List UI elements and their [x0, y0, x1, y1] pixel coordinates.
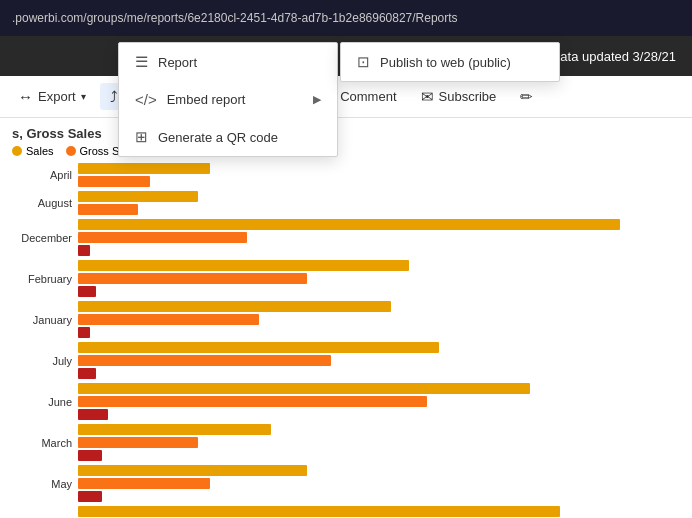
table-row: August	[12, 191, 680, 215]
bar-group	[78, 383, 680, 420]
table-row: June	[12, 383, 680, 420]
bar-gross	[78, 273, 307, 284]
export-button[interactable]: ↔ Export ▾	[8, 83, 96, 110]
bar-sales	[78, 163, 210, 174]
table-row: July	[12, 342, 680, 379]
qr-icon: ⊞	[135, 128, 148, 146]
chart-row-label: August	[12, 197, 72, 209]
bar-sales	[78, 383, 530, 394]
bar-sales	[78, 191, 198, 202]
url-text: .powerbi.com/groups/me/reports/6e2180cl-…	[12, 11, 458, 25]
bar-profit	[78, 368, 96, 379]
table-row: January	[12, 301, 680, 338]
menu-item-embed[interactable]: </> Embed report ▶	[119, 81, 337, 118]
bar-sales	[78, 301, 391, 312]
menu-item-qr[interactable]: ⊞ Generate a QR code	[119, 118, 337, 156]
bar-gross	[78, 355, 331, 366]
menu-item-report[interactable]: ☰ Report	[119, 43, 337, 81]
chart-row-label: March	[12, 437, 72, 449]
table-row: May	[12, 465, 680, 502]
bar-gross	[78, 204, 138, 215]
bar-profit	[78, 327, 90, 338]
bar-group	[78, 219, 680, 256]
bar-sales	[78, 424, 271, 435]
report-icon: ☰	[135, 53, 148, 71]
bar-group	[78, 260, 680, 297]
bar-gross	[78, 478, 210, 489]
legend-item-sales: Sales	[12, 145, 54, 157]
embed-icon: </>	[135, 91, 157, 108]
bar-gross	[78, 437, 198, 448]
subscribe-icon: ✉	[421, 88, 434, 106]
bar-profit	[78, 286, 96, 297]
table-row: December	[12, 219, 680, 256]
table-row: April	[12, 163, 680, 187]
bar-gross	[78, 396, 427, 407]
edit-icon: ✏	[520, 88, 533, 106]
chart-legend: Sales Gross Sales Profit	[12, 145, 680, 157]
bar-gross	[78, 176, 150, 187]
bar-group	[78, 506, 680, 518]
submenu-arrow-icon: ▶	[313, 93, 321, 106]
chart-row-label: April	[12, 169, 72, 181]
legend-dot-gross	[66, 146, 76, 156]
share-dropdown-menu: ☰ Report </> Embed report ▶ ⊞ Generate a…	[118, 42, 338, 157]
export-chevron-icon: ▾	[81, 91, 86, 102]
bar-sales	[78, 342, 439, 353]
table-row: February	[12, 260, 680, 297]
chart-area: s, Gross Sales Sales Gross Sales Profit …	[0, 118, 692, 518]
chart-row-label: February	[12, 273, 72, 285]
bar-profit	[78, 491, 102, 502]
bar-gross	[78, 232, 247, 243]
chart-title: s, Gross Sales	[12, 126, 680, 141]
export-icon: ↔	[18, 88, 33, 105]
legend-dot-sales	[12, 146, 22, 156]
table-row: November	[12, 506, 680, 518]
bar-group	[78, 163, 680, 187]
table-row: March	[12, 424, 680, 461]
chart-row-label: December	[12, 232, 72, 244]
chart-row-label: July	[12, 355, 72, 367]
bar-group	[78, 342, 680, 379]
bar-sales	[78, 260, 409, 271]
bar-group	[78, 301, 680, 338]
chart-row-label: June	[12, 396, 72, 408]
bar-chart: AprilAugustDecemberFebruaryJanuaryJulyJu…	[12, 163, 680, 518]
bar-group	[78, 424, 680, 461]
bar-sales	[78, 465, 307, 476]
share-icon: ⤴	[110, 88, 118, 105]
bar-gross	[78, 314, 259, 325]
publish-icon: ⊡	[357, 53, 370, 71]
browser-address-bar: .powerbi.com/groups/me/reports/6e2180cl-…	[0, 0, 692, 36]
bar-group	[78, 465, 680, 502]
chart-row-label: January	[12, 314, 72, 326]
bar-group	[78, 191, 680, 215]
chart-row-label: May	[12, 478, 72, 490]
embed-submenu: ⊡ Publish to web (public)	[340, 42, 560, 82]
subscribe-button[interactable]: ✉ Subscribe	[411, 83, 507, 111]
bar-profit	[78, 409, 108, 420]
edit-button[interactable]: ✏	[510, 83, 543, 111]
publish-to-web-button[interactable]: ⊡ Publish to web (public)	[341, 43, 559, 81]
toolbar: ↔ Export ▾ ⤴ Share ▾ ⊞ Chat in Teams 💬 C…	[0, 76, 692, 118]
bar-sales	[78, 506, 560, 517]
bar-sales	[78, 219, 620, 230]
bar-profit	[78, 450, 102, 461]
bar-profit	[78, 245, 90, 256]
